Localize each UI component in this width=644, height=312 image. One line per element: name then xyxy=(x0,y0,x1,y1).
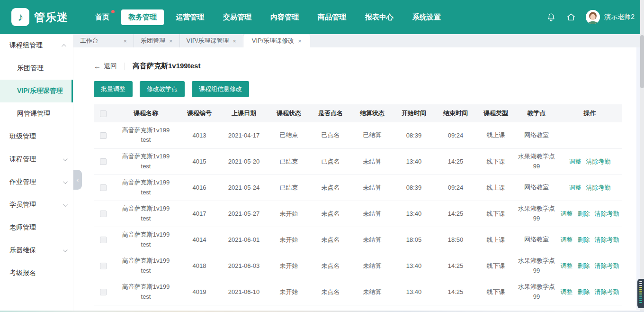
nav-item-reports[interactable]: 报表中心 xyxy=(358,9,401,25)
col-attendance: 是否点名 xyxy=(310,104,351,122)
user-menu[interactable]: 演示老师2 xyxy=(586,10,635,24)
sidebar-item-label: 学员管理 xyxy=(9,201,36,209)
cell-course-type: 线下课 xyxy=(476,148,515,174)
row-checkbox[interactable] xyxy=(100,289,107,295)
select-all-checkbox[interactable] xyxy=(100,110,107,117)
chevron-down-icon xyxy=(63,179,68,184)
nav-item-home[interactable]: 首页 xyxy=(88,9,116,25)
page-scrollbar-track xyxy=(640,0,644,312)
cell-attendance: 已点名 xyxy=(310,122,351,148)
cell-start-time: 08:39 xyxy=(393,174,435,201)
sidebar-item-orchestra[interactable]: 乐团管理 xyxy=(0,57,73,80)
app-logo[interactable]: ♪ 管乐迷 xyxy=(11,8,68,26)
table-row: 高音萨克斯1v199test 4018 2021-06-03 未开始 未点名 未… xyxy=(94,253,622,279)
cell-start-time: 13:40 xyxy=(393,279,435,305)
sidebar-item-teachers[interactable]: 老师管理 xyxy=(0,216,73,239)
sidebar-item-instrument-maintenance[interactable]: 乐器维保 xyxy=(0,239,73,262)
row-checkbox[interactable] xyxy=(100,132,107,139)
batch-adjust-button[interactable]: 批量调整 xyxy=(94,81,133,97)
action-adjust-link[interactable]: 调整 xyxy=(561,288,573,295)
bell-icon[interactable] xyxy=(546,12,556,22)
avatar xyxy=(586,10,600,24)
row-checkbox[interactable] xyxy=(100,263,107,269)
chevron-down-icon xyxy=(63,248,68,252)
action-delete-link[interactable]: 删除 xyxy=(578,262,590,269)
action-clear-attendance-link[interactable]: 清除考勤 xyxy=(595,210,619,217)
sidebar-item-classes[interactable]: 班级管理 xyxy=(0,125,73,148)
edit-course-group-info-button[interactable]: 课程组信息修改 xyxy=(192,81,249,97)
action-adjust-link[interactable]: 调整 xyxy=(569,184,581,191)
action-delete-link[interactable]: 删除 xyxy=(578,288,590,295)
action-adjust-link[interactable]: 调整 xyxy=(561,262,573,269)
cell-course-type: 线上课 xyxy=(476,122,515,148)
cell-teaching-point: 水果湖教学点99 xyxy=(517,256,556,275)
sidebar-item-label: 作业管理 xyxy=(9,178,36,186)
cell-start-time: 13:40 xyxy=(393,253,435,279)
cell-course-code: 4019 xyxy=(179,279,220,305)
action-delete-link[interactable]: 删除 xyxy=(578,236,590,243)
cell-class-date: 2021-06-03 xyxy=(220,253,268,279)
tab-vip-theory[interactable]: VIP/乐理课管理 xyxy=(180,34,243,47)
cell-attendance: 已点名 xyxy=(310,148,351,174)
cell-start-time: 08:39 xyxy=(393,122,435,148)
sidebar-item-online-admin[interactable]: 网管课管理 xyxy=(0,102,73,125)
action-adjust-link[interactable]: 调整 xyxy=(561,210,573,217)
row-checkbox[interactable] xyxy=(100,184,107,191)
action-adjust-link[interactable]: 调整 xyxy=(561,236,573,243)
action-adjust-link[interactable]: 调整 xyxy=(569,158,581,165)
cell-settlement: 未结算 xyxy=(351,279,393,305)
row-checkbox[interactable] xyxy=(100,211,107,217)
action-clear-attendance-link[interactable]: 清除考勤 xyxy=(586,184,611,191)
edit-teaching-point-button[interactable]: 修改教学点 xyxy=(140,81,185,97)
action-clear-attendance-link[interactable]: 清除考勤 xyxy=(595,262,619,269)
tab-workbench[interactable]: 工作台 xyxy=(73,34,134,47)
close-icon[interactable] xyxy=(169,37,173,45)
sidebar-item-vip-theory[interactable]: VIP/乐理课管理 xyxy=(0,80,73,102)
row-checkbox[interactable] xyxy=(100,237,107,243)
cell-course-status: 已结束 xyxy=(268,122,310,148)
sidebar-item-courses[interactable]: 课程管理 xyxy=(0,148,73,171)
sidebar-item-course-groups[interactable]: 课程组管理 xyxy=(0,34,73,57)
cell-course-type: 线上课 xyxy=(476,174,515,201)
cell-teaching-point: 网络教室 xyxy=(524,235,549,244)
tab-label: VIP/乐理课管理 xyxy=(187,37,229,45)
page-scrollbar-thumb[interactable] xyxy=(640,35,644,88)
close-icon[interactable] xyxy=(123,37,127,45)
cell-course-name: 高音萨克斯1v199test xyxy=(121,204,170,223)
tab-vip-theory-edit[interactable]: VIP/乐理课修改 xyxy=(243,34,310,47)
cell-teaching-point: 网络教室 xyxy=(524,130,549,140)
nav-item-content[interactable]: 内容管理 xyxy=(263,9,306,25)
cell-start-time: 13:40 xyxy=(393,201,435,227)
sidebar-item-exam-signup[interactable]: 考级报名 xyxy=(0,262,73,284)
tab-orchestra[interactable]: 乐团管理 xyxy=(134,34,180,47)
row-checkbox[interactable] xyxy=(100,158,107,165)
sidebar-item-label: 课程管理 xyxy=(9,155,36,164)
col-start-time: 开始时间 xyxy=(393,104,435,122)
nav-item-products[interactable]: 商品管理 xyxy=(311,9,353,25)
back-button[interactable]: 返回 xyxy=(94,62,117,71)
nav-item-transactions[interactable]: 交易管理 xyxy=(216,9,259,25)
cell-course-status: 已结束 xyxy=(268,148,310,174)
action-delete-link[interactable]: 删除 xyxy=(578,210,590,217)
user-name: 演示老师2 xyxy=(604,13,635,21)
nav-item-label: 首页 xyxy=(95,13,109,21)
home-icon[interactable] xyxy=(566,12,576,22)
nav-item-operations[interactable]: 运营管理 xyxy=(169,9,211,25)
action-clear-attendance-link[interactable]: 清除考勤 xyxy=(586,158,611,165)
cell-course-code: 4016 xyxy=(179,174,220,201)
close-icon[interactable] xyxy=(298,37,302,45)
cell-course-type: 线下课 xyxy=(476,253,515,279)
close-icon[interactable] xyxy=(233,37,236,45)
nav-item-settings[interactable]: 系统设置 xyxy=(405,9,448,25)
cell-settlement: 未结算 xyxy=(351,201,393,227)
table-row: 高音萨克斯1v199test 4014 2021-06-01 未开始 未点名 未… xyxy=(94,227,622,253)
content-scrollbar-track[interactable] xyxy=(636,47,640,310)
sidebar-collapse-handle[interactable]: ‹ xyxy=(73,170,82,190)
action-clear-attendance-link[interactable]: 清除考勤 xyxy=(595,236,619,243)
sidebar-item-students[interactable]: 学员管理 xyxy=(0,193,73,216)
sidebar-item-homework[interactable]: 作业管理 xyxy=(0,171,73,193)
nav-item-academic[interactable]: 教务管理 xyxy=(121,9,164,25)
cell-settlement: 已结算 xyxy=(351,122,393,148)
action-clear-attendance-link[interactable]: 清除考勤 xyxy=(595,288,619,295)
cell-teaching-point: 网络教室 xyxy=(524,183,549,192)
